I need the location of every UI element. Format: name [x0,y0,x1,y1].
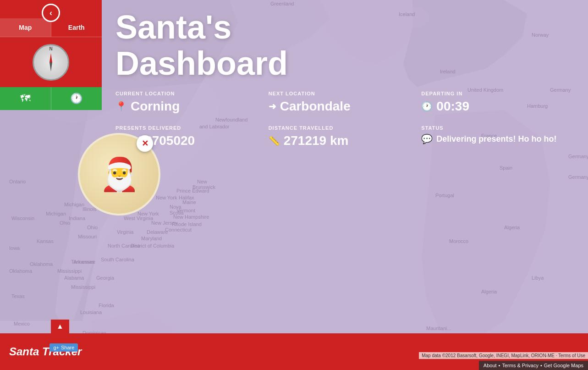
clock-view-button[interactable]: 🕐 [51,87,102,110]
svg-text:Ohio: Ohio [87,225,98,230]
status-value: 💬 Delivering presents! Ho ho ho! [421,133,574,144]
next-location-label: NEXT LOCATION [269,91,422,96]
footer-get-maps-link[interactable]: Get Google Maps [544,363,583,368]
map-view-button[interactable]: 🗺 [0,87,51,110]
ruler-icon: 📏 [269,135,280,146]
current-location-stat: CURRENT LOCATION 📍 Corning [115,91,269,114]
compass-area [0,37,102,87]
dashboard-title: Santa's Dashboard [115,9,574,82]
svg-text:Maine: Maine [182,199,196,205]
svg-text:New: New [197,179,207,184]
map-attribution: Map data ©2012 Basarsoft, Google, INEGI,… [419,352,588,359]
up-arrow-icon: ▲ [56,322,64,331]
svg-text:Oklahoma: Oklahoma [9,268,33,274]
stats-row-1: CURRENT LOCATION 📍 Corning NEXT LOCATION… [115,91,574,114]
departing-clock-icon: 🕐 [421,101,433,112]
status-speech-icon: 💬 [421,133,433,144]
footer-links: About • Terms & Privacy • Get Google Map… [479,361,588,370]
current-location-text: Corning [131,99,180,114]
svg-text:Alabama: Alabama [64,275,84,281]
map-icon: 🗺 [20,93,30,105]
svg-text:Michigan: Michigan [46,211,66,216]
stats-row-2: PRESENTS DELIVERED 📦 128705020 DISTANCE … [115,125,574,148]
footer-about-link[interactable]: About [484,363,497,368]
svg-text:District of Columbia: District of Columbia [131,243,175,249]
svg-text:Mississippi: Mississippi [71,284,95,290]
svg-text:Germany: Germany [568,174,588,180]
svg-text:Iowa: Iowa [9,245,20,251]
tab-earth[interactable]: Earth [51,18,102,37]
svg-text:Morocco: Morocco [449,238,468,244]
current-location-label: CURRENT LOCATION [115,91,269,96]
location-pin-icon: 📍 [115,101,127,112]
nav-arrow-button[interactable]: ‹ [42,4,60,22]
svg-text:Michigan: Michigan [64,202,84,207]
dashboard: Santa's Dashboard CURRENT LOCATION 📍 Cor… [102,0,588,157]
next-location-value: ➜ Carbondale [269,99,422,114]
svg-text:Florida: Florida [99,303,115,308]
current-location-value: 📍 Corning [115,99,269,114]
share-button[interactable]: g+ Share [49,343,78,352]
departing-in-label: DEPARTING IN [421,91,574,96]
distance-travelled-label: DISTANCE TRAVELLED [269,125,422,131]
status-text: Delivering presents! Ho ho ho! [436,134,556,144]
svg-text:Louisiana: Louisiana [80,309,102,315]
svg-text:Brunswick: Brunswick [192,184,216,190]
tab-map[interactable]: Map [0,18,51,37]
svg-text:Mississippi: Mississippi [57,268,82,274]
clock-icon: 🕐 [70,93,82,105]
svg-text:New York: New York [137,211,159,216]
compass-needle [49,53,52,72]
svg-text:Georgia: Georgia [96,275,115,281]
bottom-bar-inner: g+ Share Santa Tracker [9,345,82,358]
presents-delivered-label: PRESENTS DELIVERED [115,125,269,131]
svg-text:Libya: Libya [532,275,544,281]
departing-in-stat: DEPARTING IN 🕐 00:39 [421,91,574,114]
distance-travelled-value: 📏 271219 km [269,133,422,148]
status-stat: STATUS 💬 Delivering presents! Ho ho ho! [421,125,574,148]
footer-terms-link[interactable]: Terms & Privacy [502,363,538,368]
svg-text:Mexico: Mexico [14,321,30,326]
svg-text:Connecticut: Connecticut [165,227,192,232]
svg-text:New Jersey: New Jersey [151,220,178,226]
arrow-right-icon: ➜ [269,101,276,112]
scroll-up-button[interactable]: ▲ [51,320,69,333]
next-location-stat: NEXT LOCATION ➜ Carbondale [269,91,422,114]
svg-text:Vermont: Vermont [176,208,195,213]
distance-travelled-stat: DISTANCE TRAVELLED 📏 271219 km [269,125,422,148]
svg-text:Mauritani...: Mauritani... [426,326,451,331]
google-plus-icon: g+ [53,345,59,350]
svg-text:Missouri: Missouri [78,234,97,239]
svg-text:Texas: Texas [11,293,25,299]
svg-text:New Hampshire: New Hampshire [173,214,209,220]
departing-in-text: 00:39 [436,99,469,114]
next-location-text: Carbondale [280,99,351,114]
share-label: Share [61,345,74,350]
svg-text:South Carolina: South Carolina [101,257,135,262]
sidebar-bottom-bar: 🗺 🕐 [0,87,102,110]
svg-text:Wisconsin: Wisconsin [11,215,34,221]
departing-in-value: 🕐 00:39 [421,99,574,114]
svg-text:Tennessee: Tennessee [71,259,95,265]
svg-text:Portugal: Portugal [435,193,454,198]
svg-text:Spain: Spain [500,165,512,171]
svg-text:Oklahoma: Oklahoma [30,261,53,267]
svg-text:Delaware: Delaware [147,229,168,235]
compass [33,44,69,81]
close-popup-button[interactable] [137,135,153,152]
svg-text:New York: New York [156,195,177,200]
attribution-text: Map data ©2012 Basarsoft, Google, INEGI,… [422,353,585,358]
status-label: STATUS [421,125,574,131]
title-line1: Santa's [115,9,574,45]
svg-text:Virginia: Virginia [117,229,134,235]
svg-text:Kansas: Kansas [37,238,54,244]
svg-text:Ontario: Ontario [9,179,26,184]
sidebar: ‹ Map Earth 🗺 🕐 [0,0,102,110]
svg-text:Algeria: Algeria [481,289,497,294]
distance-travelled-text: 271219 km [284,133,349,148]
svg-text:Ohio: Ohio [60,220,70,226]
svg-text:Indiana: Indiana [69,215,86,221]
svg-text:Algeria: Algeria [504,225,520,230]
svg-text:Maryland: Maryland [141,236,162,241]
nav-arrow-icon: ‹ [49,8,52,18]
